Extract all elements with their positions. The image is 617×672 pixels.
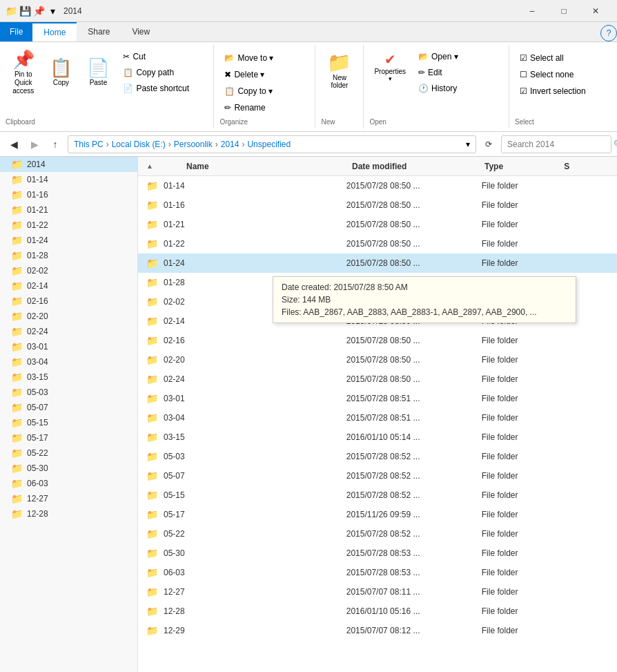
ribbon-content: 📌 Pin to Quickaccess 📋 Copy 📄 Paste ✂ <box>0 42 617 131</box>
sidebar-item-02-14[interactable]: 📁 02-14 <box>0 278 137 294</box>
folder-icon-02-20: 📁 <box>11 311 23 322</box>
table-row[interactable]: 📁 12-28 2016/01/10 05:16 ... File folder <box>138 602 617 621</box>
sidebar-item-01-14[interactable]: 📁 01-14 <box>0 172 137 187</box>
sidebar-item-03-04[interactable]: 📁 03-04 <box>0 354 137 369</box>
table-row[interactable]: 📁 03-15 2016/01/10 05:14 ... File folder <box>138 428 617 447</box>
sidebar-item-02-20[interactable]: 📁 02-20 <box>0 309 137 324</box>
tab-file[interactable]: File <box>0 22 32 41</box>
up-button[interactable]: ↑ <box>47 136 63 153</box>
table-row[interactable]: 📁 05-22 2015/07/28 08:52 ... File folder <box>138 524 617 544</box>
sort-indicator: ▲ <box>138 162 152 170</box>
breadcrumb-persoonlik[interactable]: Persoonlik <box>174 140 213 149</box>
breadcrumb-this-pc[interactable]: This PC <box>74 140 104 149</box>
move-to-button[interactable]: 📂 Move to ▾ <box>219 50 309 66</box>
table-row[interactable]: 📁 01-21 2015/07/28 08:50 ... File folder <box>138 215 617 234</box>
sidebar-item-01-22[interactable]: 📁 01-22 <box>0 218 137 233</box>
rename-button[interactable]: ✏ Rename <box>219 100 309 115</box>
select-none-button[interactable]: ☐ Select none <box>515 67 611 82</box>
sidebar-label-12-27: 12-27 <box>27 494 48 503</box>
sidebar-item-03-01[interactable]: 📁 03-01 <box>0 339 137 354</box>
table-row[interactable]: 📁 03-01 2015/07/28 08:51 ... File folder <box>138 389 617 408</box>
tab-view[interactable]: View <box>121 22 161 41</box>
table-row[interactable]: 📁 05-30 2015/07/28 08:53 ... File folder <box>138 544 617 563</box>
sidebar-item-05-03[interactable]: 📁 05-03 <box>0 385 137 400</box>
sidebar-item-05-30[interactable]: 📁 05-30 <box>0 461 137 476</box>
folder-icon-file: 📁 <box>146 277 158 288</box>
pin-to-quick-access-button[interactable]: 📌 Pin to Quickaccess <box>6 48 41 96</box>
table-row[interactable]: 📁 01-14 2015/07/28 08:50 ... File folder <box>138 176 617 195</box>
copy-path-button[interactable]: 📋 Copy path <box>118 65 208 80</box>
table-row[interactable]: 📁 01-22 2015/07/28 08:50 ... File folder <box>138 234 617 253</box>
properties-button[interactable]: ✔ Properties ▾ <box>369 48 411 96</box>
table-row[interactable]: 📁 02-24 2015/07/28 08:50 ... File folder <box>138 369 617 389</box>
cut-button[interactable]: ✂ Cut <box>118 49 208 64</box>
sidebar-item-05-17[interactable]: 📁 05-17 <box>0 430 137 445</box>
file-name: 05-17 <box>164 510 346 519</box>
paste-shortcut-button[interactable]: 📄 Paste shortcut <box>118 81 208 96</box>
history-button[interactable]: 🕐 History <box>413 81 503 96</box>
column-type[interactable]: Type <box>484 162 564 171</box>
delete-button[interactable]: ✖ Delete ▾ <box>219 67 309 82</box>
column-name[interactable]: Name <box>152 162 352 171</box>
table-row[interactable]: 📁 05-07 2015/07/28 08:52 ... File folder <box>138 466 617 486</box>
sidebar-item-05-15[interactable]: 📁 05-15 <box>0 415 137 430</box>
sidebar-item-01-24[interactable]: 📁 01-24 <box>0 233 137 248</box>
edit-button[interactable]: ✏ Edit <box>413 65 503 80</box>
close-button[interactable]: ✕ <box>580 0 611 22</box>
dropdown-arrow-title[interactable]: ▾ <box>47 6 58 17</box>
tab-home[interactable]: Home <box>32 22 77 41</box>
tab-share[interactable]: Share <box>77 22 121 41</box>
search-input[interactable] <box>507 140 611 149</box>
sidebar-item-05-07[interactable]: 📁 05-07 <box>0 400 137 415</box>
sidebar-item-01-16[interactable]: 📁 01-16 <box>0 187 137 202</box>
sidebar-item-05-22[interactable]: 📁 05-22 <box>0 445 137 461</box>
file-name: 05-15 <box>164 490 346 500</box>
forward-button[interactable]: ▶ <box>26 136 43 153</box>
paste-button[interactable]: 📄 Paste <box>81 48 115 96</box>
table-row[interactable]: 📁 01-24 2015/07/28 08:50 ... File folder <box>138 253 617 273</box>
sidebar-item-02-02[interactable]: 📁 02-02 <box>0 263 137 278</box>
sidebar-item-12-28[interactable]: 📁 12-28 <box>0 506 137 521</box>
table-row[interactable]: 📁 05-03 2015/07/28 08:52 ... File folder <box>138 447 617 466</box>
open-button[interactable]: 📂 Open ▾ <box>413 49 503 64</box>
table-row[interactable]: 📁 01-16 2015/07/28 08:50 ... File folder <box>138 195 617 215</box>
column-size[interactable]: S <box>564 162 617 171</box>
table-row[interactable]: 📁 06-03 2015/07/28 08:53 ... File folder <box>138 563 617 582</box>
table-row[interactable]: 📁 02-16 2015/07/28 08:50 ... File folder <box>138 331 617 350</box>
breadcrumb-2014[interactable]: 2014 <box>221 140 239 149</box>
sidebar-label-01-28: 01-28 <box>27 251 48 260</box>
sidebar-item-2014[interactable]: 📁 2014 <box>0 157 137 172</box>
sidebar-item-02-16[interactable]: 📁 02-16 <box>0 294 137 309</box>
back-button[interactable]: ◀ <box>6 136 22 153</box>
table-row[interactable]: 📁 12-27 2015/07/07 08:11 ... File folder <box>138 582 617 602</box>
new-folder-button[interactable]: 📁 Newfolder <box>321 48 358 93</box>
select-all-button[interactable]: ☑ Select all <box>515 50 611 66</box>
table-row[interactable]: 📁 05-15 2015/07/28 08:52 ... File folder <box>138 486 617 505</box>
breadcrumb-dropdown[interactable]: ▾ <box>466 140 470 149</box>
sidebar-item-06-03[interactable]: 📁 06-03 <box>0 476 137 491</box>
table-row[interactable]: 📁 03-04 2015/07/28 08:51 ... File folder <box>138 408 617 428</box>
edit-icon: ✏ <box>418 68 425 77</box>
sidebar-item-01-28[interactable]: 📁 01-28 <box>0 248 137 263</box>
window-controls: – □ ✕ <box>516 0 611 22</box>
column-date[interactable]: Date modified <box>352 162 484 171</box>
folder-icon-05-17: 📁 <box>11 432 23 443</box>
copy-button[interactable]: 📋 Copy <box>43 48 78 96</box>
sidebar-item-03-15[interactable]: 📁 03-15 <box>0 369 137 385</box>
sidebar-item-01-21[interactable]: 📁 01-21 <box>0 202 137 218</box>
sidebar-item-02-24[interactable]: 📁 02-24 <box>0 324 137 339</box>
copy-to-label: Copy to ▾ <box>237 86 273 96</box>
help-button[interactable]: ? <box>600 25 617 41</box>
copy-to-button[interactable]: 📋 Copy to ▾ <box>219 84 309 99</box>
table-row[interactable]: 📁 02-20 2015/07/28 08:50 ... File folder <box>138 350 617 369</box>
table-row[interactable]: 📁 12-29 2015/07/07 08:12 ... File folder <box>138 621 617 640</box>
breadcrumb-unspecified[interactable]: Unspecified <box>247 140 291 149</box>
refresh-button[interactable]: ⟳ <box>480 136 497 153</box>
invert-selection-button[interactable]: ☑ Invert selection <box>515 84 611 99</box>
minimize-button[interactable]: – <box>516 0 548 22</box>
file-name: 02-24 <box>164 374 346 384</box>
sidebar-item-12-27[interactable]: 📁 12-27 <box>0 491 137 506</box>
table-row[interactable]: 📁 05-17 2015/11/26 09:59 ... File folder <box>138 505 617 524</box>
breadcrumb-local-disk[interactable]: Local Disk (E:) <box>112 140 166 149</box>
maximize-button[interactable]: □ <box>548 0 580 22</box>
